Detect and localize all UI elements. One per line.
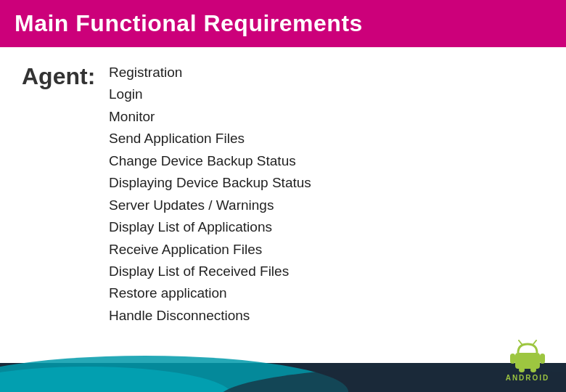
slide-title: Main Functional Requirements bbox=[15, 10, 363, 36]
slide: Main Functional Requirements Agent: Regi… bbox=[0, 0, 566, 392]
android-logo: ANDROID bbox=[502, 340, 553, 383]
list-item: Change Device Backup Status bbox=[109, 150, 311, 171]
list-item: Server Updates / Warnings bbox=[109, 195, 311, 216]
svg-line-7 bbox=[519, 340, 522, 344]
android-text: ANDROID bbox=[506, 374, 550, 382]
svg-rect-10 bbox=[540, 354, 545, 364]
svg-rect-12 bbox=[530, 367, 536, 372]
svg-rect-11 bbox=[519, 367, 525, 372]
title-bar: Main Functional Requirements bbox=[0, 0, 566, 47]
svg-line-8 bbox=[533, 340, 536, 344]
list-item: Login bbox=[109, 83, 311, 105]
list-item: Monitor bbox=[109, 106, 311, 127]
list-item: Display List of Applications bbox=[109, 216, 311, 237]
list-item: Receive Application Files bbox=[109, 239, 311, 260]
list-item: Handle Disconnections bbox=[109, 305, 311, 326]
list-item: Registration bbox=[109, 62, 311, 83]
svg-point-5 bbox=[521, 348, 524, 351]
content-area: Agent: RegistrationLoginMonitorSend Appl… bbox=[0, 47, 566, 340]
items-list: RegistrationLoginMonitorSend Application… bbox=[109, 62, 311, 326]
list-item: Display List of Received Files bbox=[109, 261, 311, 282]
svg-rect-9 bbox=[510, 354, 515, 364]
svg-point-6 bbox=[531, 348, 534, 351]
list-item: Restore application bbox=[109, 282, 311, 303]
list-item: Displaying Device Backup Status bbox=[109, 172, 311, 193]
agent-label: Agent: bbox=[22, 62, 102, 90]
bottom-decoration bbox=[0, 348, 566, 392]
list-item: Send Application Files bbox=[109, 128, 311, 149]
svg-rect-4 bbox=[515, 353, 540, 369]
